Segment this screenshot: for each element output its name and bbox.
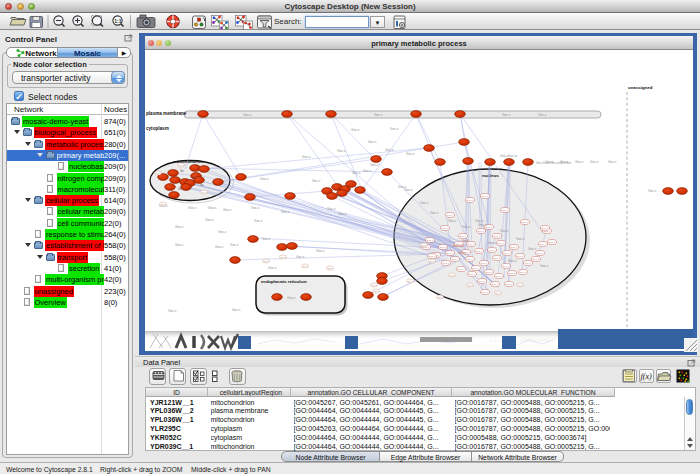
svg-text:Gxx-x: Gxx-x (496, 275, 503, 278)
svg-text:Gxx-x: Gxx-x (374, 113, 383, 117)
svg-text:Gxx-x: Gxx-x (467, 199, 474, 202)
svg-text:Gxx-x: Gxx-x (175, 225, 184, 229)
svg-text:Gx: Gx (200, 183, 204, 187)
svg-text:Gxx-x: Gxx-x (575, 160, 584, 164)
svg-text:unassigned: unassigned (628, 85, 653, 90)
svg-text:Gxx-x: Gxx-x (218, 230, 227, 234)
svg-text:Gxx-x: Gxx-x (215, 245, 224, 249)
svg-text:Gxx-x: Gxx-x (327, 267, 334, 269)
svg-text:Gxx-x: Gxx-x (473, 267, 480, 270)
svg-text:Gxx-x: Gxx-x (371, 284, 378, 286)
svg-text:Gxx-x: Gxx-x (442, 227, 449, 230)
svg-text:Gxx-x: Gxx-x (440, 246, 447, 249)
svg-text:Gxx-x: Gxx-x (467, 258, 474, 261)
svg-text:Gxx-x: Gxx-x (302, 265, 309, 267)
svg-text:Gxx-x: Gxx-x (540, 264, 549, 268)
svg-text:Gxx-x: Gxx-x (502, 209, 509, 212)
svg-text:Gxx-x: Gxx-x (488, 241, 497, 245)
svg-text:Gxx-x: Gxx-x (498, 242, 505, 245)
svg-text:Gxx-x: Gxx-x (223, 208, 232, 212)
svg-text:Gxx-x: Gxx-x (533, 258, 540, 261)
svg-text:Gxx-x: Gxx-x (338, 212, 347, 216)
svg-text:nucleus: nucleus (482, 173, 499, 178)
svg-text:Gxx-x: Gxx-x (486, 226, 493, 229)
svg-text:Gxx-x: Gxx-x (268, 266, 277, 270)
svg-text:f(x): f(x) (641, 372, 652, 381)
svg-text:endoplasmic reticulum: endoplasmic reticulum (261, 279, 307, 284)
svg-text:Gxx-x: Gxx-x (504, 252, 511, 255)
svg-text:Gxx-x: Gxx-x (175, 243, 184, 247)
svg-text:Gxx-x: Gxx-x (481, 262, 488, 265)
svg-text:Gxx-x: Gxx-x (479, 280, 486, 283)
svg-text:Gxx-x: Gxx-x (260, 177, 269, 181)
svg-text:Gxx-x: Gxx-x (542, 227, 549, 230)
svg-text:Gxx-x: Gxx-x (478, 230, 485, 233)
svg-text:Gxx-x: Gxx-x (429, 255, 436, 258)
svg-text:GxxG: GxxG (462, 239, 469, 243)
svg-text:Gxx-x: Gxx-x (427, 239, 434, 242)
svg-text:Gxx-x: Gxx-x (443, 262, 450, 265)
svg-text:Gxx-Gxxx-Gxx-xxGx-xGxx: Gxx-Gxxx-Gxx-xxGx-xGxx (536, 161, 572, 165)
svg-text:Gxx-x: Gxx-x (590, 160, 599, 164)
svg-text:Gxx-x: Gxx-x (287, 296, 296, 300)
svg-text:Gxx-x: Gxx-x (482, 195, 489, 198)
svg-text:Gxx-x: Gxx-x (506, 283, 513, 286)
svg-text:Gx: Gx (178, 187, 182, 191)
svg-text:Gxx-x: Gxx-x (201, 191, 208, 193)
svg-text:Gxx-x: Gxx-x (232, 308, 241, 312)
svg-text:Gxx-x: Gxx-x (549, 241, 556, 244)
svg-text:Gxx-x: Gxx-x (373, 290, 380, 292)
svg-text:Gx: Gx (180, 169, 184, 173)
svg-text:Gxx-x: Gxx-x (155, 172, 162, 174)
svg-text:Gxx-x: Gxx-x (452, 258, 459, 261)
svg-text:Gxx-x: Gxx-x (205, 218, 214, 222)
svg-text:cytoplasm: cytoplasm (146, 126, 169, 131)
svg-text:Gxx-x: Gxx-x (447, 214, 454, 217)
svg-text:Gxx-x: Gxx-x (327, 207, 336, 211)
svg-text:Gxx-x: Gxx-x (492, 283, 499, 286)
svg-text:Gxx-x: Gxx-x (517, 284, 524, 286)
svg-text:Gxx-x: Gxx-x (449, 274, 456, 276)
svg-text:Gxx-x: Gxx-x (447, 252, 454, 255)
svg-text:Gxx-x: Gxx-x (243, 113, 252, 117)
svg-text:GxxGxxGx: GxxGxxGx (452, 244, 465, 248)
svg-text:Gxx-x: Gxx-x (160, 203, 167, 205)
svg-text:Gxx-x: Gxx-x (520, 271, 527, 274)
svg-text:Gxx-x: Gxx-x (538, 113, 547, 117)
svg-text:Gxx-x: Gxx-x (368, 140, 377, 144)
svg-text:Gxx-x: Gxx-x (262, 237, 271, 241)
svg-text:Gxx-x: Gxx-x (390, 127, 399, 131)
svg-text:Gxx-x: Gxx-x (537, 252, 544, 255)
svg-text:Gxx-x: Gxx-x (508, 259, 517, 263)
svg-text:Gxx-x: Gxx-x (437, 296, 444, 298)
svg-text:Gxx-x: Gxx-x (494, 257, 501, 260)
svg-text:plasma membrane: plasma membrane (146, 111, 187, 116)
svg-text:Gxx-x: Gxx-x (448, 219, 457, 223)
svg-text:Gxx-x: Gxx-x (478, 223, 487, 227)
svg-text:Gxx-x: Gxx-x (316, 249, 325, 253)
svg-text:Gxx-x: Gxx-x (528, 247, 537, 251)
svg-text:Gxx-x: Gxx-x (509, 272, 516, 275)
svg-text:Gxx-x: Gxx-x (500, 229, 509, 233)
svg-text:Gxx-x: Gxx-x (178, 164, 185, 166)
svg-text:Gxx-x: Gxx-x (406, 152, 415, 156)
svg-text:Gxx-x: Gxx-x (254, 219, 263, 223)
svg-text:Gxx-x: Gxx-x (312, 179, 321, 183)
svg-text:Gxx-x: Gxx-x (385, 148, 394, 152)
svg-text:Gxx-x: Gxx-x (370, 163, 379, 167)
svg-text:Gxx-x: Gxx-x (516, 237, 525, 241)
svg-text:Gxx-x: Gxx-x (351, 128, 360, 132)
svg-text:Gxx-x: Gxx-x (421, 244, 428, 246)
svg-text:Gxx-x: Gxx-x (352, 171, 361, 175)
svg-text:Gxx-x: Gxx-x (430, 211, 439, 215)
svg-text:Gxx-x: Gxx-x (476, 250, 483, 253)
svg-text:Gxx-x: Gxx-x (494, 235, 501, 238)
svg-text:Gxx-x: Gxx-x (263, 260, 270, 262)
svg-text:Gxx-x: Gxx-x (460, 235, 467, 238)
svg-text:Gxx-x: Gxx-x (495, 292, 502, 294)
svg-text:Gx: Gx (192, 176, 196, 180)
svg-text:Gxx-x: Gxx-x (540, 243, 547, 246)
svg-text:Gxx-x: Gxx-x (337, 149, 346, 153)
svg-text:Gxx-x: Gxx-x (420, 201, 429, 205)
svg-text:Gxx-x: Gxx-x (525, 262, 532, 265)
